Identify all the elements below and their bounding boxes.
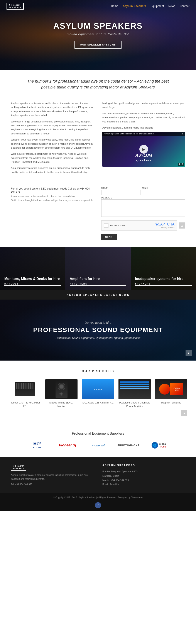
eq-title-dj: Monitors, Mixers & Decks for hire (4, 277, 61, 281)
supplier-powersoft: ~ owersoft (85, 440, 111, 451)
product-amp-img (82, 379, 114, 399)
call-info: For all you sound system & DJ equipment … (11, 187, 101, 240)
eq-card-speakers: loudspeaker systems for hire SPEAKERS (131, 246, 196, 290)
products-heading: OUR PRODUCTS (9, 369, 187, 373)
product-speaker-name: Mackie Thump 15A DJ Monitor (45, 401, 78, 408)
footer-address: El Alfar, Bloque 4, Apartment 403 (102, 470, 185, 474)
footer-tel: Tel: +34 604 164 375 (11, 482, 94, 486)
email-label: EMAIL (142, 187, 181, 190)
product-amp-name: MC2 Audio E2S Amplifier X 1 (82, 401, 114, 404)
product-magic: FLAMAMAC Magic fx flamaniac (155, 379, 187, 404)
footer-email-link[interactable]: Email: Email Us (102, 483, 119, 486)
footer-company-name: ASYLUM SPEAKERS (102, 464, 185, 467)
hero-subtitle: Sound equipment for hire Costa del Sol (53, 32, 143, 36)
name-label: NAME (101, 187, 140, 190)
suppliers-heading: Professional Equipment Suppliers (9, 432, 187, 436)
products-section: OUR PRODUCTS Pioneer DJM-750 Mk2 Mixer X… (0, 360, 196, 423)
eq-title-spk: loudspeaker systems for hire (135, 277, 192, 281)
footer-right: ASYLUM SPEAKERS El Alfar, Bloque 4, Apar… (102, 464, 185, 487)
suppliers-section: Professional Equipment Suppliers MC2 AUD… (0, 423, 196, 457)
promo-section: Do you need to hire PROFESSIONAL SOUND E… (0, 300, 196, 360)
name-input[interactable] (101, 190, 140, 195)
email-input[interactable] (142, 190, 181, 195)
footer-mobile: Mobile: +34 604 164 375 (102, 478, 185, 482)
eq-card-dj-tools: Monitors, Mixers & Decks for hire DJ TOO… (0, 246, 65, 290)
supplier-mc2: MC2 AUDIO (24, 440, 50, 451)
intro-heading: The number 1 for professional audio hire… (22, 78, 174, 90)
promo-pretitle: Do you need to hire (33, 321, 163, 324)
bottom-bar: © Copyright 2017 - 2018 | Asylum Speaker… (0, 493, 196, 511)
product-power-amp-img (118, 379, 151, 399)
product-magic-img: FLAMAMAC (155, 379, 187, 399)
contact-section: For all you sound system & DJ equipment … (0, 187, 196, 246)
video-play-button[interactable]: ▶ (140, 145, 148, 154)
hero-title: ASYLUM SPEAKERS (53, 21, 143, 31)
hero-cta-button[interactable]: OUR SPEAKER SYSTEMS (74, 41, 122, 48)
intro-col1: Asylum speakers professional audio hire … (11, 101, 94, 176)
nav-contact[interactable]: Contact (180, 4, 190, 8)
footer: ASYLUM speakers Asylum Speakers cater a … (0, 457, 196, 493)
news-banner-text: ASYLUM SPEAKERS LATEST NEWS (66, 294, 129, 296)
recaptcha[interactable]: I'm not a robot reCAPTCHA Privacy - Term… (101, 220, 177, 230)
promo-subtitle: Professional Sound equipment, Dj equipme… (33, 336, 163, 340)
product-mixer-img (9, 379, 41, 399)
promo-scroll-up[interactable]: ▲ (186, 350, 192, 356)
video-duration: 4:19 (178, 163, 184, 166)
message-label: MESSAGE (101, 196, 185, 199)
recaptcha-checkbox[interactable] (104, 223, 108, 228)
call-cta: Get in touch through the form and we wil… (11, 199, 95, 202)
promo-title: PROFESSIONAL SOUND EQUIPMENT (33, 326, 163, 334)
footer-city: Marbella, Spain (102, 474, 185, 478)
contact-form: NAME EMAIL MESSAGE I'm not a robot reCAP… (101, 187, 185, 240)
eq-card-amplifiers: Amplifiers for hire AMPLIFIERS (65, 246, 131, 290)
nav-news[interactable]: News (168, 4, 175, 8)
scroll-up-button[interactable]: ▲ (179, 222, 185, 228)
equipment-section: Monitors, Mixers & Decks for hire DJ TOO… (0, 246, 196, 290)
products-grid: Pioneer DJM-750 Mk2 Mixer X 1 Mackie Thu… (9, 379, 187, 408)
intro-section: The number 1 for professional audio hire… (0, 70, 196, 187)
eq-link-amp[interactable]: AMPLIFIERS (70, 282, 126, 286)
product-power-amp-name: Powersoft M50Q 4-Channels Power Amplifie… (118, 401, 151, 408)
footer-email: Email: Email Us (102, 482, 185, 487)
call-text: For all you sound system & DJ equipment … (11, 187, 95, 193)
navigation: ASYLUM speakers Home Asylum Speakers Equ… (0, 0, 196, 12)
footer-left: ASYLUM speakers Asylum Speakers cater a … (11, 464, 94, 487)
footer-logo: ASYLUM speakers (11, 464, 26, 470)
nav-home[interactable]: Home (111, 4, 118, 8)
eq-title-amp: Amplifiers for hire (70, 277, 126, 281)
product-speaker: Mackie Thump 15A DJ Monitor (45, 379, 78, 408)
product-magic-name: Magic fx flamaniac (155, 401, 187, 404)
video-thumbnail[interactable]: Asylum Speakers Sound equipment for hire… (102, 132, 185, 167)
eq-link-spk[interactable]: SPEAKERS (135, 282, 192, 286)
send-button[interactable]: SEND (101, 234, 117, 240)
product-amp: MC2 Audio E2S Amplifier X 1 (82, 379, 114, 404)
message-input[interactable] (101, 199, 185, 217)
intro-col2: having all the right knowledge and best … (102, 101, 185, 176)
nav-links: Home Asylum Speakers Equipment News Cont… (111, 4, 190, 8)
product-mixer: Pioneer DJM-750 Mk2 Mixer X 1 (9, 379, 41, 408)
footer-description: Asylum Speakers cater a range of service… (11, 473, 94, 481)
recaptcha-logo: reCAPTCHA Privacy - Terms (154, 222, 174, 228)
copyright-text: © Copyright 2017 - 2018 | Asylum Speaker… (3, 496, 193, 499)
news-banner: ASYLUM SPEAKERS LATEST NEWS (0, 290, 196, 300)
nav-asylum-speakers[interactable]: Asylum Speakers (123, 4, 146, 8)
eq-link-dj[interactable]: DJ TOOLS (4, 282, 61, 286)
supplier-global: 🌐 GlobalTruss (146, 440, 172, 451)
nav-equipment[interactable]: Equipment (150, 4, 164, 8)
supplier-funktion: FUNKTION-ONE (116, 440, 142, 451)
call-subtext: Asylum speakers professional audio hire … (11, 195, 95, 198)
video-logo: ASYLUMspeakers (136, 153, 152, 162)
products-scroll-up[interactable]: ▲ (181, 410, 187, 416)
product-power-amp: Powersoft M50Q 4-Channels Power Amplifie… (118, 379, 151, 408)
product-speaker-img (45, 379, 78, 399)
facebook-link[interactable]: f (95, 502, 101, 508)
product-mixer-name: Pioneer DJM-750 Mk2 Mixer X 1 (9, 401, 41, 408)
supplier-pioneer: Pioneer Dj (54, 440, 80, 451)
suppliers-logos: MC2 AUDIO Pioneer Dj ~ owersoft FUNKTION… (9, 440, 187, 451)
nav-logo: ASYLUM speakers (6, 2, 24, 10)
